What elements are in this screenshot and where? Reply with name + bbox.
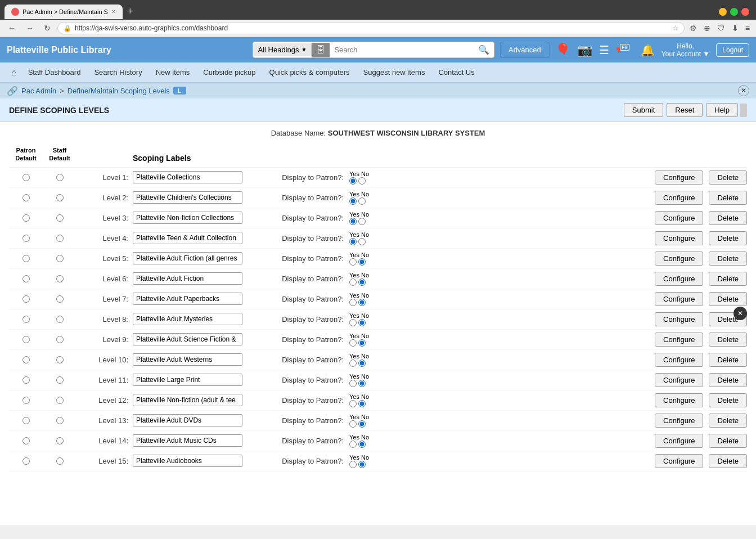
- help-button[interactable]: Help: [706, 103, 738, 117]
- delete-button-10[interactable]: Delete: [709, 353, 747, 367]
- level-input-3[interactable]: [133, 212, 242, 224]
- level-input-15[interactable]: [133, 455, 242, 467]
- patron-default-radio-3[interactable]: [22, 214, 30, 222]
- search-history-link[interactable]: Search History: [87, 62, 148, 82]
- star-icon[interactable]: ☆: [672, 24, 678, 32]
- new-items-link[interactable]: New items: [149, 62, 197, 82]
- breadcrumb-home-icon[interactable]: 🔗: [7, 86, 18, 96]
- search-button[interactable]: 🔍: [474, 42, 494, 57]
- yes-radio-15[interactable]: [349, 461, 357, 468]
- level-input-7[interactable]: [133, 293, 242, 305]
- window-close[interactable]: [741, 8, 749, 16]
- no-radio-12[interactable]: [358, 400, 366, 407]
- configure-button-2[interactable]: Configure: [655, 191, 703, 205]
- quick-picks-link[interactable]: Quick picks & computers: [263, 62, 357, 82]
- breadcrumb-define-maintain[interactable]: Define/Maintain Scoping Levels: [68, 87, 170, 95]
- configure-button-15[interactable]: Configure: [655, 454, 703, 468]
- patron-default-radio-8[interactable]: [22, 316, 30, 323]
- configure-button-1[interactable]: Configure: [655, 170, 703, 185]
- delete-button-15[interactable]: Delete: [709, 454, 747, 468]
- balloon-icon[interactable]: 🎈: [555, 43, 570, 57]
- reset-button[interactable]: Reset: [667, 103, 703, 117]
- level-input-10[interactable]: [133, 353, 242, 366]
- level-input-13[interactable]: [133, 414, 242, 426]
- level-input-6[interactable]: [133, 272, 242, 285]
- patron-default-radio-5[interactable]: [22, 255, 30, 262]
- level-input-9[interactable]: [133, 333, 242, 345]
- yes-radio-2[interactable]: [349, 197, 357, 205]
- configure-button-11[interactable]: Configure: [655, 373, 703, 387]
- tab-close-icon[interactable]: ✕: [111, 8, 116, 15]
- delete-button-4[interactable]: Delete: [709, 231, 747, 245]
- configure-button-8[interactable]: Configure: [655, 312, 703, 326]
- yes-radio-6[interactable]: [349, 279, 357, 286]
- camera-icon[interactable]: 📷: [577, 43, 592, 57]
- no-radio-3[interactable]: [358, 218, 366, 225]
- delete-button-7[interactable]: Delete: [709, 292, 747, 306]
- delete-button-3[interactable]: Delete: [709, 211, 747, 225]
- staff-default-radio-2[interactable]: [56, 194, 64, 201]
- no-radio-4[interactable]: [358, 238, 366, 245]
- downloads-button[interactable]: ⬇: [730, 22, 740, 34]
- delete-button-2[interactable]: Delete: [709, 191, 747, 205]
- level-input-1[interactable]: [133, 171, 242, 183]
- no-radio-9[interactable]: [358, 339, 366, 347]
- no-radio-5[interactable]: [358, 258, 366, 266]
- staff-default-radio-7[interactable]: [56, 295, 64, 303]
- delete-button-1[interactable]: Delete: [709, 170, 747, 185]
- staff-default-radio-3[interactable]: [56, 214, 64, 222]
- no-radio-7[interactable]: [358, 299, 366, 306]
- delete-button-6[interactable]: Delete: [709, 272, 747, 286]
- no-radio-6[interactable]: [358, 279, 366, 286]
- delete-button-11[interactable]: Delete: [709, 373, 747, 387]
- staff-default-radio-13[interactable]: [56, 417, 64, 424]
- yes-radio-14[interactable]: [349, 441, 357, 448]
- patron-default-radio-6[interactable]: [22, 275, 30, 282]
- window-minimize[interactable]: [719, 8, 727, 16]
- yes-radio-8[interactable]: [349, 319, 357, 326]
- yes-radio-5[interactable]: [349, 258, 357, 266]
- submit-button[interactable]: Submit: [624, 103, 663, 117]
- contact-us-link[interactable]: Contact Us: [431, 62, 481, 82]
- curbside-pickup-link[interactable]: Curbside pickup: [196, 62, 262, 82]
- yes-radio-10[interactable]: [349, 360, 357, 367]
- configure-button-14[interactable]: Configure: [655, 434, 703, 448]
- delete-button-14[interactable]: Delete: [709, 434, 747, 448]
- staff-default-radio-6[interactable]: [56, 275, 64, 282]
- patron-default-radio-14[interactable]: [22, 437, 30, 444]
- yes-radio-3[interactable]: [349, 218, 357, 225]
- extensions-button[interactable]: ⚙: [688, 22, 699, 34]
- no-radio-2[interactable]: [358, 197, 366, 205]
- delete-button-5[interactable]: Delete: [709, 251, 747, 266]
- staff-default-radio-15[interactable]: [56, 457, 64, 465]
- staff-default-radio-12[interactable]: [56, 397, 64, 404]
- browser-tab[interactable]: Pac Admin > Define/Maintain S ✕: [4, 5, 123, 19]
- yes-radio-13[interactable]: [349, 420, 357, 428]
- no-radio-13[interactable]: [358, 420, 366, 428]
- search-input[interactable]: [330, 43, 474, 56]
- level-input-11[interactable]: [133, 374, 242, 386]
- yes-radio-1[interactable]: [349, 177, 357, 185]
- home-nav-icon[interactable]: ⌂: [7, 63, 21, 82]
- logout-button[interactable]: Logout: [716, 43, 749, 57]
- new-tab-button[interactable]: +: [123, 3, 138, 20]
- level-input-2[interactable]: [133, 191, 242, 204]
- staff-default-radio-14[interactable]: [56, 437, 64, 444]
- delete-button-13[interactable]: Delete: [709, 414, 747, 428]
- configure-button-3[interactable]: Configure: [655, 211, 703, 225]
- bell-icon[interactable]: 🔔: [641, 43, 655, 57]
- staff-default-radio-10[interactable]: [56, 356, 64, 363]
- level-input-12[interactable]: [133, 394, 242, 406]
- scrollbar-handle[interactable]: [740, 104, 747, 117]
- staff-default-radio-8[interactable]: [56, 316, 64, 323]
- no-radio-15[interactable]: [358, 461, 366, 468]
- level-input-14[interactable]: [133, 434, 242, 447]
- yes-radio-4[interactable]: [349, 238, 357, 245]
- configure-button-7[interactable]: Configure: [655, 292, 703, 306]
- forward-button[interactable]: →: [22, 22, 37, 34]
- window-maximize[interactable]: [730, 8, 738, 16]
- patron-default-radio-13[interactable]: [22, 417, 30, 424]
- staff-default-radio-9[interactable]: [56, 336, 64, 343]
- search-dropdown[interactable]: All Headings ▼: [253, 43, 312, 56]
- patron-default-radio-11[interactable]: [22, 376, 30, 384]
